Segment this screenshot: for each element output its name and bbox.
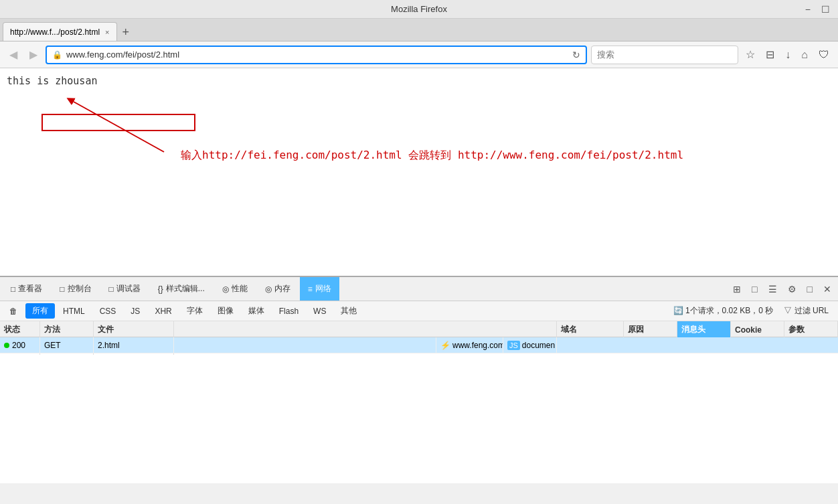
style-icon: {} [158,284,163,294]
url-bar: 🔒 ↻ [46,46,587,64]
annotation-container [60,88,181,157]
console-icon: □ [60,284,64,294]
filter-flash-btn[interactable]: Flash [272,305,305,318]
devtools-right-controls: ⊞ □ ☰ ⚙ □ ✕ [729,282,835,297]
filter-other-btn[interactable]: 其他 [334,303,363,319]
browser-content: this is zhousan 输入http://fei.feng.com/po… [0,68,838,276]
col-method: 方法 [40,321,94,338]
home-icon[interactable]: ⌂ [798,46,811,64]
filter-url-btn[interactable]: ▽ 过滤 URL [777,303,835,319]
devtools-tab-memory[interactable]: ◎ 内存 [257,277,299,301]
devtools-dock-btn[interactable]: ⊞ [729,282,745,297]
cause-value: documen [522,341,555,350]
devtools-close-btn[interactable]: ✕ [819,282,835,297]
browser-tab[interactable]: http://www.f.../post/2.html × [3,22,117,41]
filter-font-btn[interactable]: 字体 [180,303,210,319]
filter-js-btn[interactable]: JS [124,305,147,318]
devtools-tab-network[interactable]: ≡ 网络 [300,277,339,301]
title-bar: Mozilla Firefox − ☐ [0,0,838,19]
status-dot [4,343,9,348]
col-params: 参数 [784,321,838,338]
devtools-tab-console[interactable]: □ 控制台 [52,277,99,301]
devtools-settings-btn[interactable]: ⚙ [784,282,801,297]
col-file: 文件 [94,321,174,338]
memory-label: 内存 [274,283,290,295]
console-label: 控制台 [68,283,92,295]
filter-ws-btn[interactable]: WS [307,305,333,318]
shield-icon[interactable]: 🛡 [815,46,833,64]
col-cause: 原因 [624,321,677,338]
minimize-btn[interactable]: − [803,4,813,15]
window-title: Mozilla Firefox [391,4,447,14]
network-label: 网络 [315,283,331,295]
network-icon: ≡ [308,284,313,294]
window-controls: − ☐ [803,4,833,15]
network-table: 状态 方法 文件 域名 原因 消息头 Cookie 参数 响应 耗时 预览 20… [0,321,838,483]
filter-css-btn[interactable]: CSS [93,305,123,318]
debugger-icon: □ [109,284,114,294]
perf-label: 性能 [232,283,248,295]
tab-bar: http://www.f.../post/2.html × + [0,19,838,41]
cause-badge: JS [507,341,520,350]
filter-html-btn[interactable]: HTML [56,305,92,318]
devtools-tab-inspector[interactable]: □ 查看器 [3,277,50,301]
inspector-label: 查看器 [18,283,42,295]
annotation-arrow-svg [60,88,181,155]
debugger-label: 调试器 [116,283,141,295]
svg-line-1 [74,102,164,152]
network-area: 状态 方法 文件 域名 原因 消息头 Cookie 参数 响应 耗时 预览 20… [0,321,838,483]
table-row[interactable]: 200 GET 2.html ⚡ www.feng.com JS documen [0,337,838,353]
page-body-text: this is zhousan [7,75,831,87]
search-input[interactable] [591,46,738,64]
col-domain: 域名 [557,321,624,338]
style-label: 样式编辑... [166,283,205,295]
maximize-btn[interactable]: ☐ [819,4,833,15]
page-icon[interactable]: ⊟ [762,46,778,64]
url-input[interactable] [66,50,568,60]
cell-cause: JS documen [503,337,557,353]
nav-bar: ◀ ▶ 🔒 ↻ ☆ ⊟ ↓ ⌂ 🛡 [0,41,838,68]
filter-clear-btn[interactable]: 🗑 [3,305,24,318]
devtools-undock-btn[interactable]: □ [748,282,761,297]
tab-label: http://www.f.../post/2.html [10,27,100,37]
filter-all-btn[interactable]: 所有 [25,303,55,319]
domain-icon: ⚡ [440,341,450,350]
cell-domain: ⚡ www.feng.com [436,337,503,353]
inspector-icon: □ [11,284,15,294]
perf-icon: ◎ [222,284,229,294]
status-code: 200 [12,341,25,350]
cell-file: 2.html [94,337,174,353]
refresh-icon[interactable]: ↻ [572,50,580,60]
col-empty [174,321,557,338]
forward-button[interactable]: ▶ [25,46,41,64]
cell-status: 200 [0,337,40,353]
download-icon[interactable]: ↓ [782,46,794,64]
cell-empty [174,337,436,353]
devtools-panel: □ 查看器 □ 控制台 □ 调试器 {} 样式编辑... ◎ 性能 ◎ 内存 ≡… [0,276,838,482]
col-headers: 消息头 [677,321,731,338]
filter-image-btn[interactable]: 图像 [211,303,240,319]
col-status: 状态 [0,321,40,338]
domain-value: www.feng.com [452,341,503,350]
table-header: 状态 方法 文件 域名 原因 消息头 Cookie 参数 响应 耗时 预览 [0,321,838,337]
devtools-extra-btn[interactable]: □ [803,282,817,297]
col-cookie: Cookie [731,321,784,338]
annotation-text: 输入http://fei.feng.com/post/2.html 会跳转到 h… [181,149,683,163]
cell-method: GET [40,337,94,353]
devtools-split-btn[interactable]: ☰ [764,282,781,297]
new-tab-button[interactable]: + [117,25,135,39]
filter-xhr-btn[interactable]: XHR [148,305,178,318]
back-button[interactable]: ◀ [5,46,21,64]
tab-close-btn[interactable]: × [105,28,109,36]
devtools-tab-debugger[interactable]: □ 调试器 [101,277,149,301]
favicon-icon: 🔒 [52,50,62,60]
devtools-toolbar: □ 查看器 □ 控制台 □ 调试器 {} 样式编辑... ◎ 性能 ◎ 内存 ≡… [0,277,838,301]
filter-right: 🔄 1个请求，0.02 KB，0 秒 ▽ 过滤 URL [673,303,835,319]
filter-bar: 🗑 所有 HTML CSS JS XHR 字体 图像 媒体 Flash WS 其… [0,301,838,321]
devtools-tab-style[interactable]: {} 样式编辑... [150,277,213,301]
request-summary: 🔄 1个请求，0.02 KB，0 秒 [673,305,774,317]
memory-icon: ◎ [265,284,272,294]
filter-media-btn[interactable]: 媒体 [242,303,271,319]
devtools-tab-perf[interactable]: ◎ 性能 [214,277,256,301]
bookmark-icon[interactable]: ☆ [742,46,758,64]
